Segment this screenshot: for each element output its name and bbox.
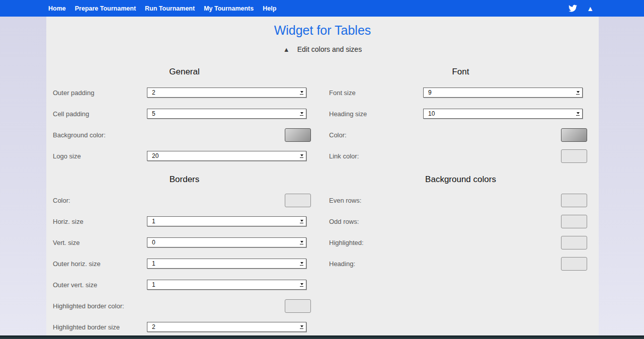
right-column: Font Font size 9 Heading size 10 Color: [323, 62, 599, 337]
chevron-down-icon [297, 280, 306, 289]
settings-panel: Widget for Tables ▲ Edit colors and size… [46, 17, 599, 339]
setting-row: Heading size 10 [323, 103, 599, 124]
footer-strip [0, 335, 644, 339]
section-heading-general: General [46, 62, 323, 82]
setting-label: Color: [46, 197, 147, 204]
select-value: 0 [147, 238, 297, 247]
heading-size-select[interactable]: 10 [423, 109, 583, 119]
setting-row: Font size 9 [323, 82, 599, 103]
setting-row: Cell padding 5 [46, 103, 323, 124]
nav-item-prepare-tournament[interactable]: Prepare Tournament [75, 5, 136, 12]
setting-label: Horiz. size [46, 218, 147, 225]
setting-row: Heading: [323, 253, 599, 274]
select-value: 9 [424, 88, 574, 97]
edit-colors-toggle[interactable]: ▲ Edit colors and sizes [46, 45, 599, 54]
setting-label: Link color: [323, 152, 423, 160]
background-color-swatch[interactable] [285, 128, 311, 142]
chevron-down-icon [297, 151, 306, 160]
toggle-label: Edit colors and sizes [297, 45, 362, 53]
setting-row: Highlighted border size 2 [46, 316, 323, 337]
section-heading-background-colors: Background colors [323, 170, 599, 190]
nav-item-home[interactable]: Home [48, 5, 66, 12]
vert-size-select[interactable]: 0 [147, 237, 306, 247]
setting-row: Horiz. size 1 [46, 211, 323, 232]
setting-row: Even rows: [323, 190, 599, 211]
setting-row: Highlighted: [323, 232, 599, 253]
border-color-swatch[interactable] [285, 194, 311, 207]
setting-label: Highlighted: [323, 239, 423, 246]
chevron-down-icon [574, 109, 582, 118]
nav-item-my-tournaments[interactable]: My Tournaments [204, 5, 254, 12]
select-value: 1 [147, 259, 297, 268]
select-value: 1 [147, 217, 297, 226]
setting-row: Odd rows: [323, 211, 599, 232]
font-color-swatch[interactable] [561, 128, 587, 142]
logo-size-select[interactable]: 20 [147, 151, 306, 161]
page-title: Widget for Tables [46, 23, 599, 38]
setting-label: Highlighted border size [46, 323, 147, 331]
setting-row: Color: [46, 190, 323, 211]
top-navbar: Home Prepare Tournament Run Tournament M… [0, 0, 644, 17]
setting-label: Vert. size [46, 239, 147, 246]
setting-row: Outer padding 2 [46, 82, 323, 103]
chevron-down-icon [297, 109, 306, 118]
setting-label: Outer horiz. size [46, 260, 147, 268]
outer-vert-size-select[interactable]: 1 [147, 280, 306, 290]
chevron-down-icon [297, 238, 306, 247]
setting-row: Highlighted border color: [46, 295, 323, 316]
setting-row: Background color: [46, 124, 323, 145]
highlighted-border-size-select[interactable]: 2 [147, 322, 306, 332]
even-rows-color-swatch[interactable] [561, 194, 587, 207]
section-heading-font: Font [323, 62, 599, 82]
left-column: General Outer padding 2 Cell padding 5 B… [46, 62, 323, 337]
setting-row: Outer vert. size 1 [46, 274, 323, 295]
setting-label: Cell padding [46, 110, 147, 118]
setting-row: Logo size 20 [46, 145, 323, 166]
select-value: 2 [147, 322, 297, 331]
setting-label: Color: [323, 131, 423, 139]
link-color-swatch[interactable] [561, 149, 587, 163]
setting-label: Logo size [46, 152, 147, 160]
setting-label: Heading: [323, 260, 423, 268]
outer-horiz-size-select[interactable]: 1 [147, 259, 306, 269]
chevron-down-icon [297, 259, 306, 268]
nav-item-help[interactable]: Help [263, 5, 276, 12]
twitter-icon[interactable] [568, 4, 578, 13]
setting-label: Odd rows: [323, 218, 423, 225]
highlighted-border-color-swatch[interactable] [285, 299, 311, 313]
settings-columns: General Outer padding 2 Cell padding 5 B… [46, 62, 599, 337]
horiz-size-select[interactable]: 1 [147, 216, 306, 226]
setting-label: Outer padding [46, 89, 147, 97]
nav-item-run-tournament[interactable]: Run Tournament [145, 5, 195, 12]
cell-padding-select[interactable]: 5 [147, 109, 306, 119]
setting-row: Vert. size 0 [46, 232, 323, 253]
setting-row: Outer horiz. size 1 [46, 253, 323, 274]
chevron-down-icon [297, 88, 306, 97]
select-value: 10 [424, 109, 574, 118]
setting-label: Even rows: [323, 197, 423, 204]
section-heading-borders: Borders [46, 170, 323, 190]
select-value: 1 [147, 280, 297, 289]
select-value: 5 [147, 109, 297, 118]
setting-row: Link color: [323, 145, 599, 166]
setting-label: Outer vert. size [46, 281, 147, 289]
outer-padding-select[interactable]: 2 [147, 88, 306, 98]
odd-rows-color-swatch[interactable] [561, 215, 587, 228]
chevron-down-icon [297, 217, 306, 226]
select-value: 20 [147, 151, 297, 160]
select-value: 2 [147, 88, 297, 97]
highlighted-color-swatch[interactable] [561, 236, 587, 249]
collapse-up-icon[interactable]: ▲ [587, 5, 594, 12]
font-size-select[interactable]: 9 [423, 88, 583, 98]
setting-label: Background color: [46, 131, 147, 139]
chevron-down-icon [574, 88, 582, 97]
heading-color-swatch[interactable] [561, 257, 587, 271]
setting-row: Color: [323, 124, 599, 145]
navbar-right-icons: ▲ [568, 4, 644, 13]
chevron-down-icon [297, 322, 306, 331]
setting-label: Heading size [323, 110, 423, 118]
triangle-up-icon: ▲ [283, 46, 290, 53]
setting-label: Font size [323, 89, 423, 97]
setting-label: Highlighted border color: [46, 302, 147, 310]
